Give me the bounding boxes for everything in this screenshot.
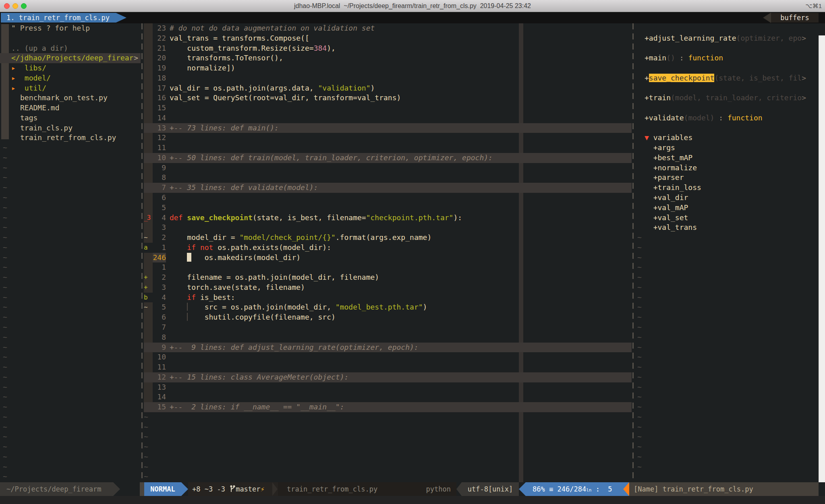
powerline-separator-icon — [113, 482, 120, 496]
nerdtree-pane[interactable]: " Press ? for help.. (up a dir)</jdhao/P… — [0, 23, 141, 482]
code-token: transforms.ToTensor(), — [170, 54, 283, 62]
tagbar-item[interactable]: +best_mAP — [636, 153, 819, 163]
tagbar-item[interactable]: ▼ variables — [636, 133, 819, 143]
code-line[interactable]: 11 — [141, 143, 632, 153]
cursor-block — [187, 253, 191, 262]
code-line[interactable]: 23# do not do data augmentation on valid… — [141, 23, 632, 33]
tree-item-file[interactable]: benchmark_on_test.py — [0, 93, 141, 103]
line-number: 4 — [153, 293, 166, 303]
tagbar-item[interactable]: +val_dir — [636, 193, 819, 203]
code-line[interactable]: 12 — [141, 133, 632, 143]
code-line[interactable]: b4 if is_best: — [141, 293, 632, 303]
code-line[interactable]: _34def save_checkpoint(state, is_best, f… — [141, 213, 632, 223]
tagbar-item[interactable]: +validate(model) : function — [636, 113, 819, 123]
tree-item-dir[interactable]: ▸model/ — [0, 73, 141, 83]
code-line[interactable]: 246 os.makedirs(model_dir) — [141, 253, 632, 263]
folded-code-line[interactable]: 7+-- 35 lines: def validate(model): — [141, 183, 632, 193]
tagbar-pane[interactable]: +adjust_learning_rate(optimizer, epo>+ma… — [636, 23, 819, 482]
code-line[interactable]: 14 — [141, 392, 632, 402]
tree-item-root[interactable]: </jdhao/Projects/deep_firear> — [0, 53, 141, 63]
tagbar-item[interactable]: +parser — [636, 173, 819, 183]
code-line[interactable]: 22val_trans = transforms.Compose([ — [141, 33, 632, 43]
tagbar-item[interactable]: +train(model, train_loader, criterio> — [636, 93, 819, 103]
tilde-marker: ~ — [3, 213, 7, 222]
terminal-scrollbar-track[interactable] — [819, 35, 825, 504]
folded-code-line[interactable]: 9+-- 9 lines: def adjust_learning_rate(o… — [141, 343, 632, 353]
code-line[interactable]: 11 — [141, 362, 632, 372]
tagbar-item[interactable]: +val_trans — [636, 223, 819, 233]
code-line[interactable]: 1 — [141, 262, 632, 273]
tagbar-blank-line — [636, 103, 819, 113]
line-number: 10 — [153, 153, 166, 163]
line-number: 14 — [153, 392, 166, 402]
tree-item-dir[interactable]: ▸util/ — [0, 83, 141, 93]
code-line[interactable]: 15 — [141, 103, 632, 113]
code-line[interactable]: 19 normalize]) — [141, 63, 632, 73]
indent-guide — [187, 313, 191, 321]
folded-code-line[interactable]: 12+-- 15 lines: class AverageMeter(objec… — [141, 372, 632, 382]
tree-file-label: README.md — [20, 103, 60, 112]
code-line[interactable]: ~5 src = os.path.join(model_dir, "model_… — [141, 302, 632, 312]
tilde-marker: ~ — [3, 392, 7, 401]
line-number: 1 — [153, 243, 166, 253]
code-line[interactable]: 8 — [141, 333, 632, 343]
tree-dir-label: util/ — [25, 84, 46, 92]
code-editor-pane[interactable]: 23# do not do data augmentation on valid… — [141, 23, 632, 482]
code-line[interactable]: ~2 model_dir = "model/check_point/{}".fo… — [141, 233, 632, 243]
code-line[interactable]: 21 custom_transform.Resize(size=384), — [141, 43, 632, 54]
folded-code-line[interactable]: 10+-- 50 lines: def train(model, train_l… — [141, 153, 632, 163]
tagbar-item[interactable]: +args — [636, 143, 819, 153]
tree-item-dir[interactable]: ▸libs/ — [0, 63, 141, 73]
git-branch-name: master — [236, 485, 260, 493]
code-line[interactable]: 17val_dir = os.path.join(args.data, "val… — [141, 83, 632, 93]
tab-active-buffer[interactable]: 1. train_retr_from_cls.py — [1, 13, 126, 23]
tagbar-item[interactable]: +main() : function — [636, 53, 819, 63]
code-line[interactable]: 16val_set = QuerySet(root=val_dir, trans… — [141, 93, 632, 103]
tree-item-file[interactable]: train_cls.py — [0, 123, 141, 133]
buffers-label[interactable]: buffers — [771, 13, 819, 23]
tagbar-item[interactable]: +val_set — [636, 213, 819, 223]
code-text: src = os.path.join(model_dir, "model_bes… — [170, 302, 427, 312]
tagbar-item[interactable]: +save_checkpoint(state, is_best, fil> — [636, 73, 819, 83]
tilde-marker: ~ — [3, 303, 7, 311]
code-token: os.makedirs(model_dir) — [191, 253, 301, 262]
code-line[interactable]: 14 — [141, 113, 632, 123]
code-line[interactable]: 13 — [141, 382, 632, 392]
folded-code-line[interactable]: 13+-- 73 lines: def main(): — [141, 123, 632, 133]
line-number: 16 — [153, 93, 166, 103]
empty-line: ~ — [141, 462, 632, 472]
tree-item-updir[interactable]: .. (up a dir) — [0, 43, 141, 54]
tilde-marker: ~ — [3, 283, 7, 291]
vim-command-line[interactable] — [0, 496, 825, 504]
tree-item-file[interactable]: train_retr_from_cls.py — [0, 133, 141, 143]
trigram-icon: ≡ — [549, 485, 553, 493]
code-line[interactable]: 8 — [141, 173, 632, 183]
tree-item-file[interactable]: tags — [0, 113, 141, 123]
tagbar-item[interactable]: +val_mAP — [636, 203, 819, 213]
tree-item-help[interactable]: " Press ? for help — [0, 23, 141, 33]
code-line[interactable]: 6 — [141, 193, 632, 203]
lightning-bolt-icon: ⚡ — [261, 485, 265, 493]
code-line[interactable]: +2 filename = os.path.join(model_dir, fi… — [141, 273, 632, 283]
tagbar-item[interactable]: +adjust_learning_rate(optimizer, epo> — [636, 33, 819, 43]
folded-code-line[interactable]: 15+-- 2 lines: if __name__ == "__main__"… — [141, 402, 632, 412]
code-line[interactable]: 10 — [141, 352, 632, 362]
code-line[interactable]: 6 shutil.copyfile(filename, src) — [141, 312, 632, 322]
code-line[interactable]: 3 — [141, 223, 632, 233]
tag-label: +parser — [645, 173, 684, 182]
sign-column-cell — [144, 133, 153, 143]
code-line[interactable]: 20 transforms.ToTensor(), — [141, 53, 632, 63]
tagbar-item[interactable]: +normalize — [636, 163, 819, 173]
code-line[interactable]: 5 — [141, 203, 632, 213]
tagbar-item[interactable]: +train_loss — [636, 183, 819, 193]
code-line[interactable]: 18 — [141, 73, 632, 83]
code-line[interactable]: a1 if not os.path.exists(model_dir): — [141, 243, 632, 253]
code-line[interactable]: 9 — [141, 163, 632, 173]
tree-item-file[interactable]: README.md — [0, 103, 141, 113]
code-line[interactable]: 7 — [141, 322, 632, 333]
code-line[interactable]: +3 torch.save(state, filename) — [141, 283, 632, 293]
empty-line: ~ — [636, 302, 819, 312]
code-text: os.makedirs(model_dir) — [170, 253, 301, 263]
window-separator-right[interactable] — [632, 23, 634, 482]
empty-line: ~ — [0, 402, 141, 412]
